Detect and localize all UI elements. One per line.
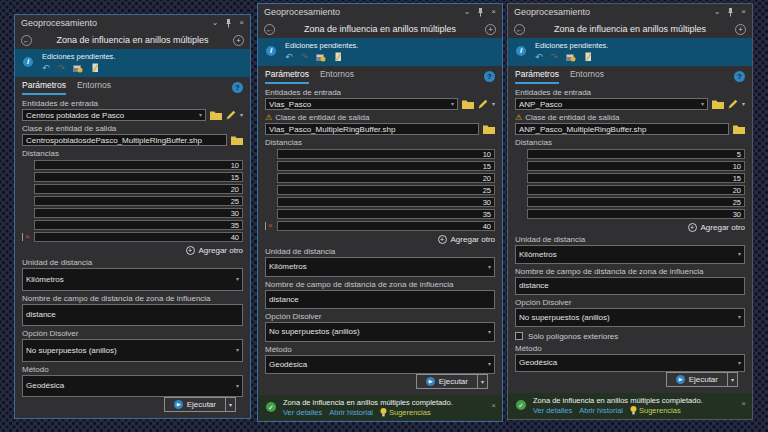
undo-icon[interactable]: ↶: [285, 53, 293, 62]
distance-unit-combo[interactable]: Kilómetros ▾: [22, 268, 243, 291]
row-grip[interactable]: [22, 233, 23, 241]
checkbox[interactable]: [515, 332, 523, 340]
add-another-button[interactable]: + Agregar otro: [22, 246, 243, 255]
run-button[interactable]: ▶ Ejecutar ▾: [416, 374, 488, 389]
close-icon[interactable]: ×: [741, 400, 746, 416]
undo-icon[interactable]: ↶: [42, 64, 50, 73]
output-class-input[interactable]: ANP_Pasco_MultipleRingBuffer.shp: [515, 123, 729, 135]
distance-input[interactable]: 25: [277, 185, 495, 195]
run-dropdown-button[interactable]: ▾: [727, 373, 737, 386]
dissolve-option-combo[interactable]: No superpuestos (anillos) ▾: [265, 322, 495, 342]
run-button[interactable]: ▶ Ejecutar ▾: [164, 397, 236, 412]
back-button[interactable]: ←: [264, 24, 275, 35]
distance-input[interactable]: 15: [277, 161, 495, 171]
tab-parameters[interactable]: Parámetros: [515, 69, 559, 84]
run-dropdown-button[interactable]: ▾: [225, 398, 235, 411]
folder-icon[interactable]: [712, 100, 724, 109]
input-features-combo[interactable]: Centros poblados de Pasco ▾: [22, 109, 206, 121]
distance-input[interactable]: 35: [277, 209, 495, 219]
distance-input[interactable]: 10: [527, 161, 745, 171]
discard-edits-icon[interactable]: [584, 52, 593, 62]
pencil-icon[interactable]: [728, 99, 738, 109]
pencil-icon[interactable]: [226, 110, 236, 120]
field-name-input[interactable]: distance: [22, 304, 243, 327]
method-combo[interactable]: Geodésica ▾: [22, 375, 243, 398]
chevron-down-icon[interactable]: ▾: [742, 101, 745, 107]
distance-input[interactable]: 15: [527, 173, 745, 183]
tab-parameters[interactable]: Parámetros: [265, 69, 309, 84]
pencil-icon[interactable]: [478, 99, 488, 109]
input-features-combo[interactable]: Vias_Pasco ▾: [265, 98, 458, 110]
folder-icon[interactable]: [733, 125, 745, 134]
dissolve-option-combo[interactable]: No superpuestos (anillos) ▾: [22, 339, 243, 362]
panel-titlebar[interactable]: Geoprocesamiento ⌄ ×: [15, 15, 250, 31]
back-button[interactable]: ←: [21, 35, 32, 46]
method-combo[interactable]: Geodésica ▾: [515, 354, 745, 373]
close-icon[interactable]: ×: [491, 8, 496, 16]
method-combo[interactable]: Geodésica ▾: [265, 355, 495, 375]
outer-polygons-checkbox-row[interactable]: Sólo polígonos exteriores: [515, 332, 745, 341]
open-history-link[interactable]: Abrir historial: [329, 408, 373, 417]
output-class-input[interactable]: Vias_Pasco_MultipleRingBuffer.shp: [265, 123, 479, 135]
plus-button[interactable]: +: [735, 24, 746, 35]
dissolve-option-combo[interactable]: No superpuestos (anillos) ▾: [515, 308, 745, 327]
suggestions-link[interactable]: Sugerencias: [380, 408, 431, 417]
distance-input[interactable]: 40: [34, 232, 243, 242]
tab-environments[interactable]: Entornos: [77, 80, 111, 95]
chevron-down-icon[interactable]: ⌄: [714, 8, 721, 16]
save-edits-icon[interactable]: [316, 53, 326, 62]
undo-icon[interactable]: ↶: [535, 53, 543, 62]
plus-button[interactable]: +: [233, 35, 244, 46]
folder-icon[interactable]: [231, 136, 243, 145]
chevron-down-icon[interactable]: ▾: [492, 101, 495, 107]
remove-row-icon[interactable]: ×: [25, 232, 30, 242]
distance-input[interactable]: 30: [277, 197, 495, 207]
distance-input[interactable]: 20: [527, 185, 745, 195]
panel-titlebar[interactable]: Geoprocesamiento ⌄ ×: [508, 4, 752, 20]
distance-input[interactable]: 20: [34, 184, 243, 194]
distance-input[interactable]: 25: [34, 196, 243, 206]
pin-icon[interactable]: [225, 19, 232, 28]
close-icon[interactable]: ×: [741, 8, 746, 16]
close-icon[interactable]: ×: [239, 19, 244, 27]
folder-icon[interactable]: [210, 111, 222, 120]
add-another-button[interactable]: + Agregar otro: [265, 235, 495, 244]
pin-icon[interactable]: [477, 8, 484, 17]
distance-input[interactable]: 25: [527, 197, 745, 207]
folder-icon[interactable]: [462, 100, 474, 109]
open-history-link[interactable]: Abrir historial: [579, 406, 623, 415]
chevron-down-icon[interactable]: ▾: [240, 112, 243, 118]
folder-icon[interactable]: [483, 125, 495, 134]
save-edits-icon[interactable]: [73, 64, 83, 73]
distance-input[interactable]: 10: [34, 160, 243, 170]
distance-input[interactable]: 30: [34, 208, 243, 218]
chevron-down-icon[interactable]: ⌄: [464, 8, 471, 16]
discard-edits-icon[interactable]: [334, 52, 343, 62]
help-icon[interactable]: ?: [734, 71, 745, 82]
distance-input[interactable]: 20: [277, 173, 495, 183]
pin-icon[interactable]: [727, 8, 734, 17]
output-class-input[interactable]: CentrospobladosdePasco_MultipleRingBuffe…: [22, 134, 227, 146]
plus-button[interactable]: +: [485, 24, 496, 35]
discard-edits-icon[interactable]: [91, 63, 100, 73]
save-edits-icon[interactable]: [566, 53, 576, 62]
distance-unit-combo[interactable]: Kilómetros ▾: [265, 257, 495, 277]
distance-input[interactable]: 5: [527, 149, 745, 159]
view-details-link[interactable]: Ver detalles: [283, 408, 322, 417]
distance-input[interactable]: 15: [34, 172, 243, 182]
distance-unit-combo[interactable]: Kilómetros ▾: [515, 245, 745, 264]
tab-environments[interactable]: Entornos: [320, 69, 354, 84]
tab-parameters[interactable]: Parámetros: [22, 80, 66, 95]
field-name-input[interactable]: distance: [265, 290, 495, 310]
back-button[interactable]: ←: [514, 24, 525, 35]
suggestions-link[interactable]: Sugerencias: [630, 406, 681, 415]
tab-environments[interactable]: Entornos: [570, 69, 604, 84]
panel-titlebar[interactable]: Geoprocesamiento ⌄ ×: [258, 4, 502, 20]
remove-row-icon[interactable]: ×: [268, 221, 273, 231]
row-grip[interactable]: [265, 222, 266, 230]
field-name-input[interactable]: distance: [515, 277, 745, 296]
distance-input[interactable]: 30: [527, 209, 745, 219]
help-icon[interactable]: ?: [232, 82, 243, 93]
view-details-link[interactable]: Ver detalles: [533, 406, 572, 415]
chevron-down-icon[interactable]: ⌄: [212, 19, 219, 27]
